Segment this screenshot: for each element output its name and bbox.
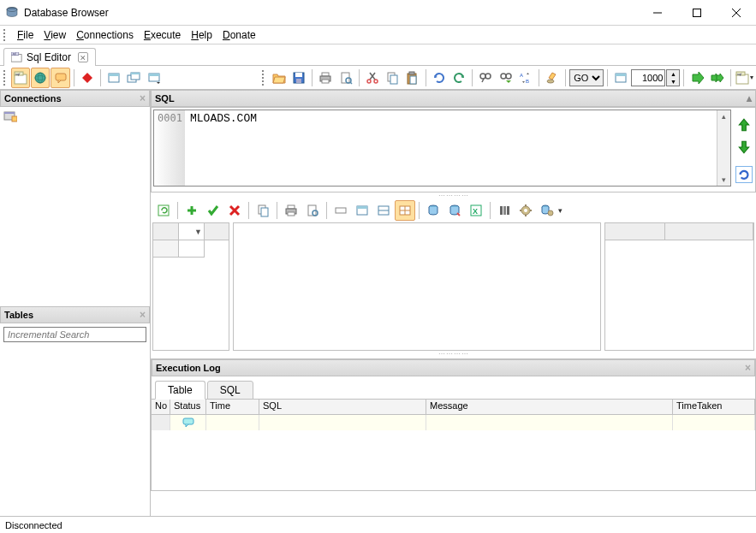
sql-editor-button[interactable]: sql <box>11 68 30 88</box>
svg-rect-70 <box>336 208 346 213</box>
execlog-tab-sql[interactable]: SQL <box>207 381 253 400</box>
menu-donate[interactable]: Donate <box>217 27 261 43</box>
preview-button[interactable] <box>336 68 354 88</box>
menu-help[interactable]: Help <box>186 27 217 43</box>
svg-point-45 <box>501 74 506 79</box>
limit-input[interactable] <box>631 69 665 86</box>
horizontal-splitter[interactable] <box>151 192 756 198</box>
save-button[interactable] <box>289 68 308 88</box>
results-grid[interactable] <box>233 222 601 351</box>
comment-button[interactable] <box>51 68 69 88</box>
preview-data-button[interactable] <box>302 200 323 221</box>
window-button[interactable] <box>104 68 123 88</box>
main-toolbar: sql AB GO ▲▼ sql▾ <box>0 66 756 90</box>
refresh-button[interactable] <box>735 166 753 183</box>
find-button[interactable] <box>476 68 495 88</box>
gear-data-button[interactable] <box>515 200 536 221</box>
svg-text:sql: sql <box>15 71 20 75</box>
run-all-button[interactable] <box>708 68 727 88</box>
detail-grid[interactable] <box>604 222 754 351</box>
svg-point-92 <box>548 210 553 216</box>
svg-rect-57 <box>12 116 17 121</box>
run-arrow-button[interactable] <box>688 68 706 88</box>
tab-sql-editor[interactable]: sql Sql Editor ⨯ <box>3 48 96 66</box>
close-button[interactable] <box>717 0 756 25</box>
minimize-button[interactable] <box>638 0 677 25</box>
incremental-search-input[interactable] <box>3 327 146 342</box>
move-down-button[interactable] <box>735 139 753 156</box>
dropdown-icon[interactable]: ▼ <box>179 223 205 240</box>
undo-button[interactable] <box>430 68 449 88</box>
fields-grid[interactable]: ▼ <box>152 222 229 351</box>
sql-code-editor[interactable]: 0001 MLOADS.COM ▴▾ <box>153 110 731 187</box>
execlog-tab-table[interactable]: Table <box>155 381 205 400</box>
svg-point-49 <box>547 80 554 83</box>
diamond-red-button[interactable] <box>78 68 97 88</box>
tab-close-icon[interactable]: ⨯ <box>78 52 88 62</box>
cut-button[interactable] <box>363 68 382 88</box>
horizontal-splitter[interactable] <box>151 351 756 357</box>
col-status[interactable]: Status <box>170 400 206 414</box>
refresh-data-button[interactable] <box>153 200 174 221</box>
redo-button[interactable] <box>449 68 468 88</box>
collapse-icon[interactable]: ▴ <box>747 92 752 104</box>
col-message[interactable]: Message <box>426 400 673 414</box>
open-button[interactable] <box>269 68 288 88</box>
toolbar-grip[interactable] <box>3 29 9 41</box>
menu-view[interactable]: View <box>39 27 71 43</box>
clear-button[interactable] <box>543 68 562 88</box>
globe-button[interactable] <box>31 68 50 88</box>
paste-button[interactable] <box>402 68 421 88</box>
close-icon[interactable]: × <box>140 309 146 321</box>
view3-button[interactable] <box>373 200 394 221</box>
svg-point-35 <box>374 80 378 83</box>
close-icon[interactable]: × <box>745 362 751 374</box>
menu-file[interactable]: File <box>12 27 39 43</box>
delete-row-button[interactable] <box>224 200 245 221</box>
dropdown-arrow-icon[interactable]: ▾ <box>558 206 563 215</box>
commit-button[interactable] <box>203 200 223 221</box>
maximize-button[interactable] <box>677 0 717 25</box>
db-gear-button[interactable] <box>537 200 557 221</box>
add-row-button[interactable] <box>182 200 202 221</box>
print-data-button[interactable] <box>281 200 301 221</box>
menu-execute[interactable]: Execute <box>139 27 186 43</box>
limit-window-button[interactable] <box>611 68 630 88</box>
windows-button[interactable] <box>124 68 143 88</box>
col-no[interactable]: No <box>152 400 170 414</box>
window-dropdown-button[interactable] <box>145 68 164 88</box>
toolbar-grip[interactable] <box>262 70 267 86</box>
excel-export-button[interactable]: X <box>466 200 486 221</box>
col-timetaken[interactable]: TimeTaken <box>673 400 755 414</box>
vertical-scrollbar[interactable]: ▴▾ <box>717 110 730 186</box>
print-button[interactable] <box>316 68 335 88</box>
col-sql[interactable]: SQL <box>259 400 426 414</box>
results-toolbar: X ▾ <box>151 198 756 222</box>
table-row[interactable] <box>152 415 755 430</box>
close-icon[interactable]: × <box>140 92 146 104</box>
col-time[interactable]: Time <box>206 400 259 414</box>
db-icon2-button[interactable] <box>444 200 465 221</box>
find-next-button[interactable] <box>496 68 515 88</box>
connections-tree[interactable] <box>0 107 150 306</box>
replace-button[interactable]: AB <box>516 68 535 88</box>
execlog-grid[interactable]: No Status Time SQL Message TimeTaken <box>152 400 755 490</box>
document-tabstrip: sql Sql Editor ⨯ <box>0 44 756 66</box>
toolbar-grip[interactable] <box>3 70 9 86</box>
menu-connections[interactable]: Connections <box>71 27 139 43</box>
svg-rect-9 <box>15 74 27 84</box>
code-text[interactable]: MLOADS.COM <box>185 110 717 186</box>
svg-rect-52 <box>736 74 748 84</box>
view4-button[interactable] <box>395 200 415 221</box>
view1-button[interactable] <box>330 200 351 221</box>
columns-button[interactable] <box>494 200 515 221</box>
move-up-button[interactable] <box>735 116 753 133</box>
view2-button[interactable] <box>352 200 372 221</box>
sql-options-button[interactable]: sql▾ <box>735 68 754 88</box>
db-icon1-button[interactable] <box>423 200 443 221</box>
copy-button[interactable] <box>383 68 402 88</box>
limit-spinner[interactable]: ▲▼ <box>666 69 680 86</box>
execlog-header: Execution Log × <box>152 359 755 376</box>
go-select[interactable]: GO <box>569 69 604 86</box>
copy-data-button[interactable] <box>253 200 273 221</box>
